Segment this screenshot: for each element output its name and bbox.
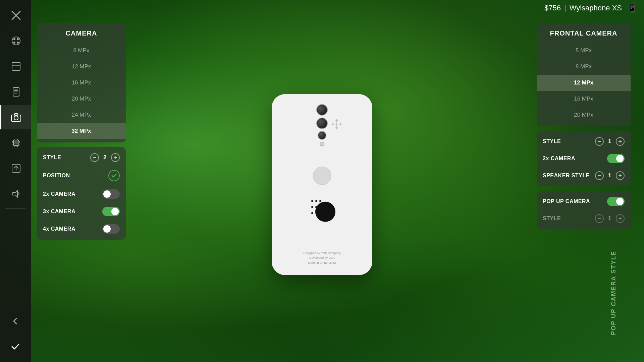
camera-resolution-card: CAMERA 8 MPx 12 MPx 16 MPx 20 MPx 24 MPx…	[37, 23, 126, 142]
speaker-style-label: SPEAKER STYLE	[543, 173, 595, 179]
sidebar-back-button[interactable]	[0, 309, 31, 333]
camera-panel-title: CAMERA	[37, 26, 126, 43]
camera-3x-toggle[interactable]	[102, 207, 120, 216]
brand-circle	[315, 202, 335, 222]
popup-style-decrement[interactable]: −	[595, 214, 604, 223]
camera-module	[316, 104, 328, 146]
fingerprint-sensor	[313, 167, 331, 185]
svg-marker-39	[340, 123, 342, 125]
svg-point-4	[17, 38, 19, 40]
frontal-option-8mpx[interactable]: 8 MPx	[537, 59, 631, 75]
popup-camera-label: POP UP CAMERA	[543, 198, 607, 204]
frontal-style-increment[interactable]: +	[616, 137, 625, 146]
popup-camera-knob	[616, 198, 624, 205]
camera-option-16mpx[interactable]: 16 MPx	[37, 75, 126, 91]
sidebar-item-theme[interactable]	[0, 54, 31, 78]
camera-icon	[11, 112, 21, 123]
camera-style-increment[interactable]: +	[111, 153, 120, 162]
camera-3x-row: 3x CAMERA	[37, 203, 126, 220]
camera-3x-label: 3x CAMERA	[43, 208, 102, 215]
frontal-style-label: STYLE	[543, 138, 595, 144]
sidebar-item-chip[interactable]	[0, 131, 31, 155]
export-icon	[11, 163, 21, 174]
crosshair-move-icon	[331, 118, 343, 130]
svg-point-6	[17, 42, 19, 44]
camera-settings-card: STYLE − 2 + POSITION 2x CAMERA 3x CAMERA	[37, 147, 126, 240]
speaker-style-increment[interactable]: +	[616, 171, 625, 180]
popup-camera-toggle[interactable]	[607, 197, 625, 206]
phone-icon: 📱	[627, 3, 637, 13]
sidebar-item-screen[interactable]	[0, 80, 31, 104]
frontal-settings-card: STYLE − 1 + 2x CAMERA SPEAKER STYLE − 1 …	[537, 131, 631, 186]
sidebar-item-export[interactable]	[0, 156, 31, 180]
sidebar-item-palette[interactable]	[0, 29, 31, 53]
camera-4x-row: 4x CAMERA	[37, 220, 126, 238]
camera-lens-2	[316, 118, 328, 129]
sidebar-confirm-button[interactable]	[0, 335, 31, 359]
popup-camera-row: POP UP CAMERA	[537, 193, 631, 210]
popup-style-value: 1	[606, 215, 613, 222]
brand-blob	[309, 195, 335, 222]
speaker-style-row: SPEAKER STYLE − 1 +	[537, 167, 631, 184]
popup-style-increment[interactable]: +	[616, 214, 625, 223]
camera-option-32mpx[interactable]: 32 MPx	[37, 123, 126, 139]
back-arrow-icon	[11, 317, 19, 325]
frontal-2x-row: 2x CAMERA	[537, 150, 631, 167]
svg-marker-33	[13, 190, 17, 197]
sidebar-item-camera[interactable]	[0, 105, 31, 129]
frontal-style-decrement[interactable]: −	[595, 137, 604, 146]
logo-line3: Made in China, 2018	[303, 260, 341, 265]
speaker-style-stepper: − 1 +	[595, 171, 625, 180]
price-display: $756	[544, 4, 561, 12]
frontal-style-stepper: − 1 +	[595, 137, 625, 146]
camera-option-20mpx[interactable]: 20 MPx	[37, 91, 126, 107]
frontal-camera-title: FRONTAL CAMERA	[537, 26, 631, 43]
camera-option-8mpx[interactable]: 8 MPx	[37, 43, 126, 59]
camera-flash	[320, 142, 324, 146]
popup-camera-style-label: POP UP CAMERA STYLE	[610, 251, 617, 335]
camera-style-decrement[interactable]: −	[90, 153, 99, 162]
frontal-2x-toggle[interactable]	[607, 154, 625, 163]
camera-option-24mpx[interactable]: 24 MPx	[37, 107, 126, 123]
frontal-style-value: 1	[606, 138, 613, 145]
left-camera-panel: CAMERA 8 MPx 12 MPx 16 MPx 20 MPx 24 MPx…	[37, 23, 126, 240]
sidebar-divider	[5, 208, 25, 209]
right-panel: FRONTAL CAMERA 5 MPx 8 MPx 12 MPx 16 MPx…	[537, 23, 631, 229]
camera-3x-toggle-knob	[111, 208, 119, 215]
theme-icon	[11, 61, 21, 72]
tools-icon	[11, 10, 21, 21]
camera-position-check[interactable]	[108, 170, 120, 181]
svg-point-15	[14, 116, 18, 120]
sidebar-item-tools[interactable]	[0, 3, 31, 27]
camera-position-row: POSITION	[37, 166, 126, 185]
position-check-icon	[111, 173, 117, 179]
palette-icon	[11, 36, 21, 46]
frontal-option-5mpx[interactable]: 5 MPx	[537, 43, 631, 59]
camera-2x-label: 2x CAMERA	[43, 191, 102, 197]
popup-style-stepper: − 1 +	[595, 214, 625, 223]
frontal-option-20mpx[interactable]: 20 MPx	[537, 107, 631, 123]
logo-line1: Designed by Your Company	[303, 251, 341, 255]
phone-mockup: Designed by Your Company Developed by US…	[272, 94, 372, 275]
svg-point-5	[13, 42, 15, 44]
svg-rect-16	[14, 114, 18, 115]
popup-style-row: STYLE − 1 +	[537, 210, 631, 227]
camera-style-label: STYLE	[43, 155, 90, 161]
camera-2x-toggle[interactable]	[102, 189, 120, 199]
popup-camera-card: POP UP CAMERA STYLE − 1 +	[537, 191, 631, 229]
svg-marker-37	[335, 127, 338, 129]
camera-2x-toggle-knob	[103, 190, 111, 198]
camera-4x-toggle-knob	[103, 225, 111, 233]
camera-position-label: POSITION	[43, 173, 108, 179]
frontal-option-16mpx[interactable]: 16 MPx	[537, 91, 631, 107]
camera-option-12mpx[interactable]: 12 MPx	[37, 59, 126, 75]
sidebar	[0, 0, 31, 362]
frontal-option-12mpx[interactable]: 12 MPx	[537, 75, 631, 91]
sidebar-item-sound[interactable]	[0, 182, 31, 206]
camera-4x-toggle[interactable]	[102, 224, 120, 234]
separator: |	[564, 4, 566, 12]
chip-icon	[11, 137, 21, 148]
speaker-style-decrement[interactable]: −	[595, 171, 604, 180]
svg-rect-18	[14, 141, 18, 144]
svg-point-3	[13, 38, 15, 40]
